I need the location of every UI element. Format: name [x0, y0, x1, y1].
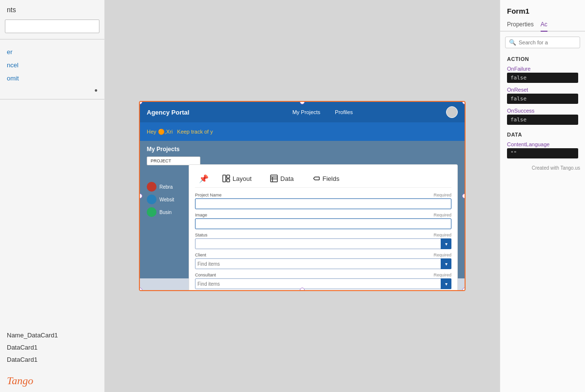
app-header-avatar[interactable] — [446, 106, 458, 118]
nav-profiles[interactable]: Profiles — [335, 109, 353, 115]
prop-label-onreset: OnReset — [507, 87, 578, 93]
left-divider — [0, 39, 104, 39]
data-icon — [270, 175, 278, 182]
app-body-title: My Projects — [147, 146, 200, 153]
field-input-project-name[interactable] — [195, 198, 451, 209]
left-panel-title: nts — [0, 0, 104, 18]
prop-row-onfailure: OnFailure false — [500, 64, 585, 85]
svg-rect-0 — [223, 175, 226, 182]
client-chevron-icon[interactable]: ▾ — [441, 258, 451, 269]
project-label-0: Rebra — [159, 184, 173, 190]
form-preview-outer[interactable]: Agency Portal My Projects Profiles Hey 🟠… — [139, 101, 466, 291]
left-section-items: er ncel omit • — [0, 45, 104, 97]
left-footer-label-1[interactable]: Name_DataCard1 — [0, 329, 104, 341]
client-select-wrapper: ▾ — [195, 258, 451, 269]
field-required-3: Required — [433, 253, 451, 257]
layout-icon — [222, 175, 230, 182]
project-dot-0 — [147, 182, 156, 192]
status-chevron-icon[interactable]: ▾ — [441, 238, 451, 249]
consultant-select-wrapper: ▾ — [195, 278, 451, 289]
svg-rect-2 — [227, 179, 230, 182]
field-label-0: Project Name — [195, 193, 222, 197]
field-label-1: Image — [195, 213, 207, 217]
main-canvas: Agency Portal My Projects Profiles Hey 🟠… — [105, 0, 500, 392]
field-input-client[interactable] — [195, 258, 451, 269]
left-item-omit[interactable]: omit — [0, 72, 104, 85]
left-footer-label-2[interactable]: DataCard1 — [0, 341, 104, 353]
right-search-icon: 🔍 — [509, 39, 516, 46]
right-panel: Form1 Properties Ac 🔍 ACTION OnFailure f… — [500, 0, 585, 392]
prop-label-onfailure: OnFailure — [507, 66, 578, 72]
svg-rect-3 — [271, 175, 277, 182]
resize-handle-bm[interactable] — [300, 288, 305, 291]
app-header: Agency Portal My Projects Profiles — [140, 102, 465, 122]
form-toolbar: 📌 Layout Data — [195, 170, 451, 188]
field-label-row-4: Consultant Required — [195, 273, 451, 277]
resize-handle-br[interactable] — [462, 288, 466, 291]
prop-label-onsuccess: OnSuccess — [507, 108, 578, 114]
right-panel-title: Form1 — [500, 0, 585, 19]
field-image: Image Required — [195, 213, 451, 229]
prop-value-onfailure[interactable]: false — [507, 73, 578, 83]
consultant-chevron-icon[interactable]: ▾ — [441, 278, 451, 289]
right-footer: Created with Tango.us — [500, 160, 585, 174]
left-footer-label-3[interactable]: DataCard1 — [0, 353, 104, 366]
left-divider-2 — [0, 99, 104, 99]
svg-rect-1 — [227, 175, 230, 178]
form-modal: 📌 Layout Data — [189, 164, 458, 291]
project-dot-2 — [147, 207, 156, 217]
resize-handle-tr[interactable] — [462, 101, 466, 104]
tango-logo: Tango — [0, 371, 104, 392]
resize-handle-bl[interactable] — [139, 288, 142, 291]
status-select-wrapper: ▾ — [195, 238, 451, 249]
left-dot: • — [0, 85, 104, 97]
fields-icon — [312, 175, 320, 182]
left-footer-labels: Name_DataCard1 DataCard1 DataCard1 — [0, 329, 104, 371]
left-item-ncel[interactable]: ncel — [0, 59, 104, 72]
app-header-nav: My Projects Profiles — [199, 109, 446, 115]
pin-icon[interactable]: 📌 — [199, 174, 209, 183]
left-panel: nts er ncel omit • Name_DataCard1 DataCa… — [0, 0, 105, 392]
field-label-3: Client — [195, 253, 206, 257]
toolbar-layout[interactable]: Layout — [217, 173, 256, 184]
right-search-box[interactable]: 🔍 — [505, 37, 580, 48]
tab-ac[interactable]: Ac — [541, 19, 547, 32]
right-section-action: ACTION — [500, 51, 585, 64]
resize-handle-mr[interactable] — [462, 194, 466, 198]
field-project-name: Project Name Required — [195, 193, 451, 209]
right-search-input[interactable] — [519, 39, 576, 45]
field-status: Status Required ▾ — [195, 233, 451, 249]
prop-row-onreset: OnReset false — [500, 85, 585, 106]
app-preview: Agency Portal My Projects Profiles Hey 🟠… — [140, 102, 465, 290]
project-dot-1 — [147, 195, 156, 204]
field-label-row-2: Status Required — [195, 233, 451, 237]
project-label-1: Websit — [159, 197, 174, 202]
prop-value-contentlanguage[interactable]: "" — [507, 148, 578, 158]
app-header-logo: Agency Portal — [147, 109, 189, 116]
app-subheader: Hey 🟠,Xri Keep track of y — [140, 122, 465, 141]
field-input-image[interactable] — [195, 218, 451, 229]
project-label-2: Busin — [159, 210, 172, 215]
prop-value-onsuccess[interactable]: false — [507, 115, 578, 125]
tab-properties[interactable]: Properties — [507, 19, 534, 31]
field-input-consultant[interactable] — [195, 278, 451, 289]
toolbar-data[interactable]: Data — [265, 173, 298, 184]
field-label-2: Status — [195, 233, 208, 237]
field-label-4: Consultant — [195, 273, 216, 277]
field-label-row-3: Client Required — [195, 253, 451, 257]
left-search-input[interactable] — [5, 20, 99, 33]
app-body: My Projects PROJECT Rebra Websit — [140, 141, 465, 290]
toolbar-fields[interactable]: Fields — [308, 173, 345, 184]
app-subheader-text: Hey 🟠,Xri Keep track of y — [147, 129, 213, 135]
nav-my-projects[interactable]: My Projects — [292, 109, 320, 115]
field-required-1: Required — [433, 213, 451, 217]
prop-value-onreset[interactable]: false — [507, 94, 578, 104]
prop-row-contentlanguage: ContentLanguage "" — [500, 139, 585, 160]
toolbar-data-label: Data — [280, 175, 293, 182]
left-item-er[interactable]: er — [0, 45, 104, 59]
right-panel-tabs: Properties Ac — [500, 19, 585, 32]
field-input-status[interactable] — [195, 238, 451, 249]
right-section-data: DATA — [500, 127, 585, 139]
greeting-text: Hey 🟠,Xri — [147, 129, 173, 135]
prop-label-contentlanguage: ContentLanguage — [507, 141, 578, 147]
